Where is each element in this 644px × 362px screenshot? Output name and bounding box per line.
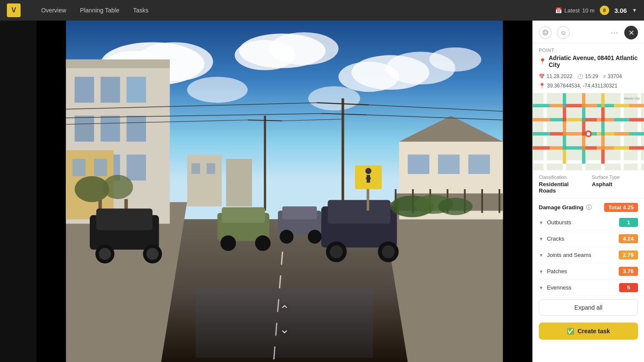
damage-grading-text: Damage Grading [539,204,583,211]
svg-rect-46 [481,189,483,213]
svg-rect-47 [498,189,500,213]
cracks-chevron-icon[interactable]: ▼ [539,236,544,241]
damage-info-icon[interactable]: ⓘ [586,204,592,211]
svg-rect-29 [73,159,85,176]
svg-point-90 [438,198,473,215]
damage-grading-header: Damage Grading ⓘ Total 4.25 [533,198,644,214]
date-info: 📅 11.28.2022 [539,73,572,79]
svg-rect-123 [614,132,629,136]
app-logo: V [7,3,21,17]
outbursts-score: 1 [619,218,638,227]
svg-rect-21 [127,77,146,103]
svg-rect-125 [533,146,550,150]
svg-rect-134 [563,121,566,136]
panel-coords: 📍 39.367844534, -74.431130321 [533,83,644,93]
svg-point-49 [103,175,133,199]
nav-tasks[interactable]: Tasks [126,3,155,17]
svg-rect-115 [597,118,614,121]
svg-rect-139 [582,121,586,136]
patches-label: Patches [547,268,615,275]
nav-planning-table[interactable]: Planning Table [73,3,126,17]
svg-rect-38 [438,154,459,174]
svg-point-66 [99,248,111,260]
point-label: Point [533,43,644,54]
id-value: 33704 [608,73,622,79]
svg-point-74 [382,245,395,258]
address-text: Adriatic Avenue, 08401 Atlantic City [549,54,638,68]
panel-close-button[interactable]: ✕ [624,26,638,39]
panel-more-icon[interactable]: ⋯ [609,26,620,39]
panel-prev-icon[interactable]: ☹ [539,26,552,39]
notification-badge[interactable]: 8 [600,6,609,15]
nav-score: 3.06 [614,7,627,14]
svg-rect-80 [222,207,265,223]
patches-chevron-icon[interactable]: ▼ [539,269,544,274]
hash-icon: # [603,74,606,79]
svg-rect-130 [614,146,629,150]
calendar-icon: 📅 [555,7,562,14]
map-pin-icon: 📍 [539,58,546,65]
evenness-chevron-icon[interactable]: ▼ [539,285,544,290]
outbursts-chevron-icon[interactable]: ▼ [539,220,544,225]
svg-point-10 [187,77,248,103]
navigation-arrows: ⌃ ⌄ [279,303,289,336]
svg-rect-70 [328,200,390,223]
mini-map: Atlantic City [533,93,644,170]
surface-type-label: Surface Type [592,175,638,180]
damage-total-badge: Total 4.25 [604,203,638,212]
svg-rect-124 [629,132,644,136]
cracks-score: 4.24 [619,234,638,243]
nav-overview[interactable]: Overview [34,3,73,17]
create-task-button[interactable]: ✅ Create task [539,323,638,340]
svg-rect-117 [629,118,644,121]
score-chevron-icon[interactable]: ▼ [632,7,637,13]
joints-chevron-icon[interactable]: ▼ [539,253,544,258]
expand-all-button[interactable]: Expand all [539,299,638,316]
svg-point-85 [365,168,371,174]
svg-rect-39 [468,154,490,174]
damage-grading-label: Damage Grading ⓘ [539,204,592,211]
classification-value: Residential Roads [539,181,585,194]
left-sidebar [0,21,36,362]
svg-rect-143 [601,107,605,121]
location-icon: 📍 [539,83,545,89]
panel-header-icons: ☹ ☺ [539,26,570,39]
svg-rect-111 [533,118,550,121]
svg-point-81 [220,235,236,251]
svg-rect-136 [563,150,566,164]
damage-item-joints: ▼ Joints and Seams 2.79 [533,247,644,263]
svg-text:Atlantic City: Atlantic City [624,97,640,100]
svg-point-68 [146,248,158,260]
svg-rect-140 [582,136,586,150]
create-task-check-icon: ✅ [567,328,574,335]
navigate-up-arrow[interactable]: ⌃ [279,303,289,317]
svg-rect-113 [565,118,582,121]
svg-rect-20 [100,77,120,103]
create-task-label: Create task [577,328,610,335]
evenness-score: 5 [619,283,638,292]
svg-rect-30 [94,159,107,176]
svg-rect-135 [563,136,566,150]
svg-rect-118 [533,132,550,136]
surface-type-value: Asphalt [592,181,638,187]
damage-items-list: ▼ Outbursts 1 ▼ Cracks 4.24 ▼ Joints and… [533,214,644,296]
main-content: ⌃ ⌄ ☹ ☺ ⋯ ✕ Point 📍 Adriatic Avenue, 084… [0,21,644,362]
clock-icon: 🕐 [577,74,583,79]
joints-score: 2.79 [619,250,638,259]
svg-rect-127 [565,146,582,150]
navigate-down-arrow[interactable]: ⌄ [279,322,289,336]
svg-rect-37 [408,154,429,174]
latest-label: Latest [565,7,580,14]
svg-rect-76 [282,206,317,219]
svg-rect-142 [601,93,605,107]
svg-rect-144 [601,121,605,136]
svg-rect-24 [127,116,146,142]
svg-rect-129 [597,146,614,150]
date-value: 11.28.2022 [547,73,572,79]
evenness-label: Evenness [547,284,616,291]
panel-next-icon[interactable]: ☺ [557,26,570,39]
svg-rect-27 [127,154,146,180]
svg-point-6 [269,32,338,65]
svg-rect-146 [601,150,605,164]
outbursts-label: Outbursts [547,219,616,226]
